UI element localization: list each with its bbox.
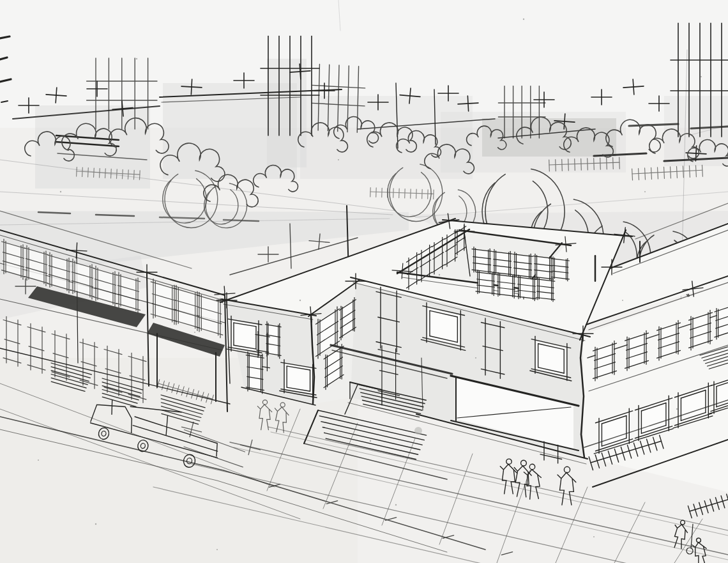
architectural-sketch-canvas	[0, 0, 728, 563]
sketch-svg	[0, 0, 728, 563]
paving-smudge	[414, 427, 422, 435]
